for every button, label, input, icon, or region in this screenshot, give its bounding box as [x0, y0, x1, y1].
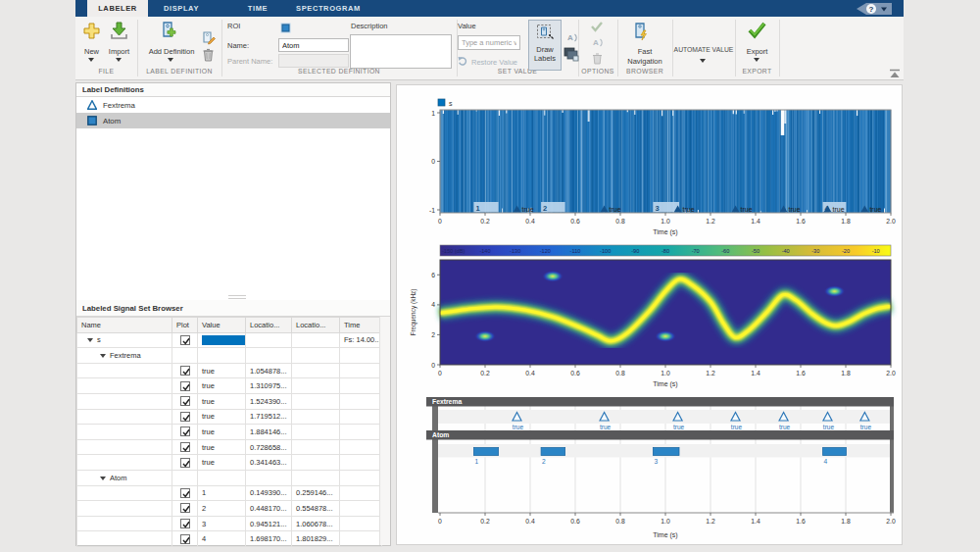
plot-checkbox[interactable]: [180, 366, 190, 376]
label-definition-item-atom[interactable]: Atom: [76, 113, 390, 128]
plot-checkbox[interactable]: [180, 381, 190, 391]
delete-definition-icon[interactable]: [201, 47, 216, 62]
table-row[interactable]: true1.054878...: [77, 363, 382, 378]
column-header[interactable]: Locatio...: [246, 318, 292, 333]
description-textarea[interactable]: [350, 34, 452, 69]
plot-checkbox[interactable]: [180, 534, 190, 544]
table-row[interactable]: Atom: [77, 470, 382, 485]
signal-xlabel: Time (s): [653, 228, 677, 236]
display-options-icon[interactable]: [564, 47, 579, 62]
plot-checkbox[interactable]: [180, 503, 190, 513]
colorbar-tick-label: -120: [540, 248, 551, 254]
tree-expander[interactable]: [81, 474, 110, 482]
export-icon[interactable]: [747, 21, 767, 39]
tab-spectrogram[interactable]: SPECTROGRAM: [291, 0, 366, 17]
panel-splitter-handle[interactable]: [228, 295, 246, 299]
column-header[interactable]: Locatio...: [292, 318, 340, 333]
new-dropdown-caret[interactable]: [88, 58, 94, 62]
table-row[interactable]: true1.884146...: [77, 425, 382, 440]
point-label-text: true: [860, 424, 872, 430]
y-tick-label: -1: [429, 207, 435, 214]
table-row[interactable]: sFs: 14.00...: [77, 332, 382, 348]
x-tick-label: 1.0: [661, 218, 670, 225]
plot-checkbox[interactable]: [180, 488, 190, 498]
signal-color-swatch: [202, 335, 245, 345]
roi-rect[interactable]: [823, 448, 847, 456]
automate-value-caret[interactable]: [700, 59, 706, 63]
parent-name-label: Parent Name:: [227, 57, 272, 66]
x-tick-label: 1.6: [796, 518, 806, 525]
add-definition-dropdown-caret[interactable]: [168, 58, 173, 62]
column-header[interactable]: Name: [77, 318, 172, 333]
plot-checkbox[interactable]: [180, 412, 190, 422]
cell-value: true: [202, 458, 215, 467]
table-row[interactable]: true0.728658...: [77, 439, 382, 455]
colorbar-tick-label: -80: [662, 248, 669, 254]
table-scrollbar-gutter[interactable]: [379, 317, 390, 545]
name-input[interactable]: [278, 38, 349, 52]
new-icon[interactable]: [82, 22, 101, 40]
add-definition-icon[interactable]: [159, 21, 180, 42]
import-button[interactable]: Import: [101, 47, 137, 56]
atom-blob: [542, 271, 564, 282]
fast-navigation-icon[interactable]: [631, 22, 651, 41]
label-viewer-left-bar: [432, 397, 438, 513]
table-row[interactable]: true1.524390...: [77, 393, 382, 409]
automate-value-button[interactable]: AUTOMATE VALUE: [672, 46, 735, 53]
table-row[interactable]: 10.149390...0.259146...: [77, 485, 382, 501]
column-header[interactable]: Plot: [172, 318, 198, 333]
x-tick-label: 1.4: [751, 370, 760, 376]
add-definition-button[interactable]: Add Definition: [137, 47, 206, 56]
parent-name-input: [278, 54, 349, 68]
browser-title: Labeled Signal Set Browser: [82, 304, 183, 313]
fextrema-track[interactable]: [438, 410, 890, 424]
label-definition-name: Atom: [103, 117, 121, 125]
cell-loc2: 0.259146...: [296, 488, 333, 497]
table-row[interactable]: true1.719512...: [77, 409, 382, 425]
band-header[interactable]: [426, 397, 894, 407]
spectrogram-image[interactable]: [440, 260, 891, 365]
colorbar-tick-label: -130: [510, 248, 520, 254]
roi-rect[interactable]: [541, 448, 565, 456]
tab-labeler[interactable]: LABELER: [87, 0, 148, 17]
table-row[interactable]: 20.448170...0.554878...: [77, 501, 382, 517]
tree-expander[interactable]: [81, 335, 97, 344]
column-header[interactable]: Value: [198, 318, 246, 333]
roi-rect[interactable]: [473, 448, 498, 456]
table-row[interactable]: Fextrema: [77, 348, 382, 364]
help-chip: ?: [855, 2, 894, 16]
export-dropdown-caret[interactable]: [754, 58, 760, 62]
plot-checkbox[interactable]: [180, 458, 190, 468]
plot-checkbox[interactable]: [180, 442, 190, 452]
edit-definition-icon[interactable]: [201, 30, 216, 45]
import-dropdown-caret[interactable]: [116, 58, 122, 62]
export-button[interactable]: Export: [735, 47, 779, 56]
column-header[interactable]: Time: [340, 318, 382, 333]
cell-value: 4: [202, 534, 206, 543]
plot-checkbox[interactable]: [180, 335, 190, 345]
fast-navigation-button[interactable]: Fast: [617, 47, 672, 56]
signal-waveform[interactable]: [440, 110, 891, 213]
point-label-text: true: [869, 206, 881, 213]
point-label-text: true: [683, 206, 695, 213]
point-label-text: true: [673, 424, 685, 430]
table-row[interactable]: true1.310975...: [77, 378, 382, 394]
colorbar-tick-label: -150 (dB): [442, 248, 465, 254]
table-row[interactable]: 30.945121...1.060678...: [77, 516, 382, 531]
import-icon[interactable]: [110, 22, 128, 40]
roi-rect[interactable]: [653, 448, 679, 456]
table-row[interactable]: 41.698170...1.801829...: [77, 531, 382, 547]
plot-checkbox[interactable]: [180, 396, 190, 406]
tab-display[interactable]: DISPLAY: [148, 0, 215, 17]
draw-labels-button[interactable]: Draw Labels: [528, 20, 562, 71]
band-header[interactable]: [426, 430, 894, 440]
table-row[interactable]: true0.341463...: [77, 455, 382, 471]
value-input[interactable]: [458, 35, 520, 50]
label-definition-item-fextrema[interactable]: Fextrema: [76, 97, 390, 113]
plot-checkbox[interactable]: [180, 519, 190, 528]
plot-checkbox[interactable]: [180, 427, 190, 436]
x-tick-label: 0.6: [570, 218, 580, 225]
tab-time[interactable]: TIME: [224, 0, 291, 17]
tree-expander[interactable]: [81, 351, 110, 360]
collapse-toolstrip-icon[interactable]: [889, 69, 901, 78]
